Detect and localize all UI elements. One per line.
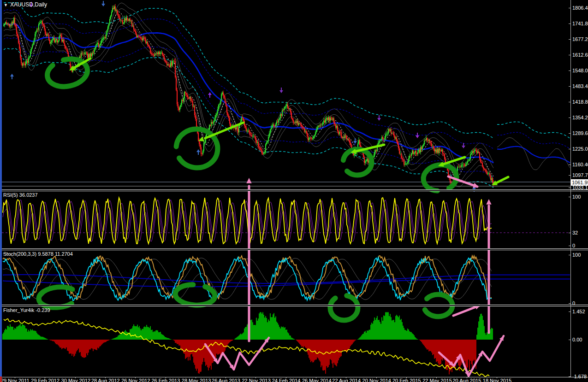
rsi-indicator-label: RSI(5) 36.0237 [3,192,38,198]
symbol-timeframe-label: XAUUSD,Daily [10,1,47,8]
fisher-indicator-label: Fisher_Yur4ik -0.239 [3,307,50,313]
price-axis[interactable] [571,0,588,377]
window-left-border [0,0,2,376]
stoch-indicator-label: Stoch(200,3,3) 9.5878 11.2704 [3,251,73,257]
time-axis[interactable] [0,377,570,382]
chevron-down-icon[interactable]: ▼ [4,3,8,7]
generated-series [2,1,570,377]
mt4-chart-window: 1806.401741.801677.201612.601548.001483.… [0,0,588,382]
chart-title-bar: ▼XAUUSD,Daily [4,1,47,8]
chart-canvas[interactable] [0,0,588,382]
